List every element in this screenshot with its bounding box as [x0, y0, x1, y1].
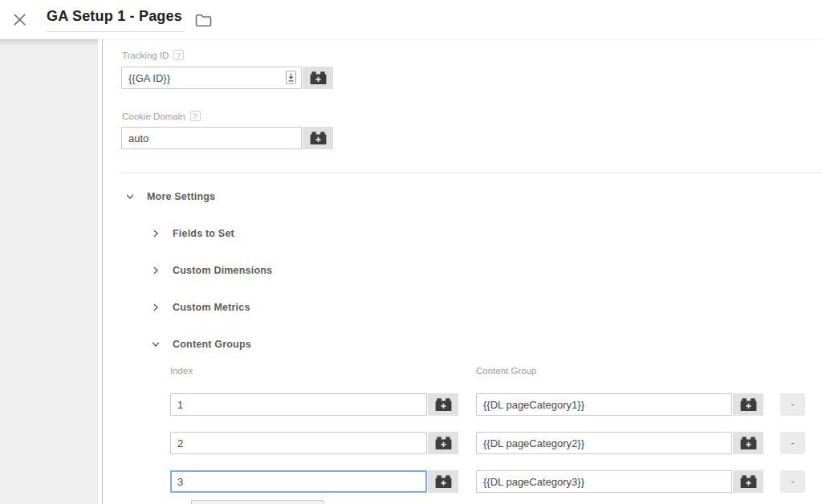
remove-row-button[interactable]: -	[780, 432, 805, 454]
tracking-id-label-row: Tracking ID ?	[122, 50, 184, 60]
brick-plus-icon	[309, 71, 328, 85]
section-label: Custom Dimensions	[173, 265, 272, 276]
brick-plus-icon	[739, 474, 758, 489]
chevron-down-icon	[151, 339, 161, 349]
content-group-row-3	[476, 470, 763, 493]
section-more-settings[interactable]: More Settings	[125, 190, 215, 203]
panel-header: GA Setup 1 - Pages	[0, 0, 822, 39]
chevron-right-icon	[151, 266, 161, 275]
content-group-variable-button[interactable]	[733, 470, 763, 493]
brick-plus-icon	[434, 474, 453, 489]
title-underline	[47, 31, 185, 32]
chevron-down-icon	[125, 192, 135, 201]
brick-plus-icon	[434, 436, 453, 450]
help-icon[interactable]: ?	[190, 111, 201, 121]
add-row-button-partial[interactable]	[191, 500, 324, 504]
content-group-input[interactable]	[476, 432, 732, 454]
content-group-row-1	[476, 393, 763, 416]
content-group-input[interactable]	[476, 393, 732, 416]
index-input[interactable]	[170, 393, 427, 416]
brick-plus-icon	[739, 397, 758, 412]
content-group-input[interactable]	[476, 470, 732, 493]
cookie-domain-label-row: Cookie Domain ?	[122, 111, 201, 121]
chevron-right-icon	[151, 229, 161, 238]
tag-title[interactable]: GA Setup 1 - Pages	[47, 8, 182, 25]
tag-editor-panel: GA Setup 1 - Pages Tracking ID ?	[0, 0, 822, 504]
folder-icon[interactable]	[193, 11, 213, 29]
section-content-groups[interactable]: Content Groups	[151, 338, 251, 351]
column-header-index: Index	[170, 366, 193, 376]
section-label: More Settings	[147, 191, 215, 202]
cookie-domain-input[interactable]	[121, 127, 302, 149]
content-group-row-2	[476, 432, 763, 454]
brick-plus-icon	[739, 436, 758, 450]
section-custom-metrics[interactable]: Custom Metrics	[151, 301, 250, 314]
tracking-id-variable-button[interactable]	[303, 67, 333, 89]
panel-edge-line	[102, 39, 103, 504]
chevron-right-icon	[151, 303, 161, 312]
tracking-id-group	[121, 67, 333, 89]
index-variable-button[interactable]	[428, 432, 458, 454]
index-group-row-2	[170, 432, 458, 454]
cookie-domain-label: Cookie Domain	[122, 112, 185, 121]
section-fields-to-set[interactable]: Fields to Set	[151, 227, 234, 240]
x-icon	[12, 12, 27, 27]
content-group-variable-button[interactable]	[733, 432, 763, 454]
index-variable-button[interactable]	[428, 393, 458, 416]
header-shadow	[0, 39, 98, 46]
section-divider	[120, 173, 822, 173]
tracking-id-input[interactable]	[121, 67, 302, 89]
section-label: Custom Metrics	[173, 302, 250, 313]
index-input[interactable]	[170, 432, 427, 454]
brick-plus-icon	[309, 131, 328, 145]
remove-row-button[interactable]: -	[780, 393, 805, 416]
close-icon[interactable]	[10, 10, 29, 29]
cookie-domain-group	[121, 127, 333, 149]
brick-plus-icon	[434, 397, 453, 412]
column-header-content-group: Content Group	[476, 366, 536, 376]
help-icon[interactable]: ?	[173, 50, 184, 60]
section-custom-dimensions[interactable]: Custom Dimensions	[151, 264, 272, 277]
section-label: Fields to Set	[173, 228, 234, 239]
content-group-variable-button[interactable]	[733, 393, 763, 416]
remove-row-button[interactable]: -	[780, 470, 805, 493]
tracking-id-label: Tracking ID	[122, 51, 169, 60]
index-group-row-1	[170, 393, 458, 416]
cookie-domain-variable-button[interactable]	[303, 127, 333, 149]
background-overlay	[0, 39, 98, 504]
index-input-focused[interactable]	[170, 470, 427, 493]
section-label: Content Groups	[173, 339, 251, 350]
index-group-row-3	[170, 470, 458, 493]
index-variable-button[interactable]	[428, 470, 458, 493]
autofill-icon[interactable]	[286, 71, 296, 84]
